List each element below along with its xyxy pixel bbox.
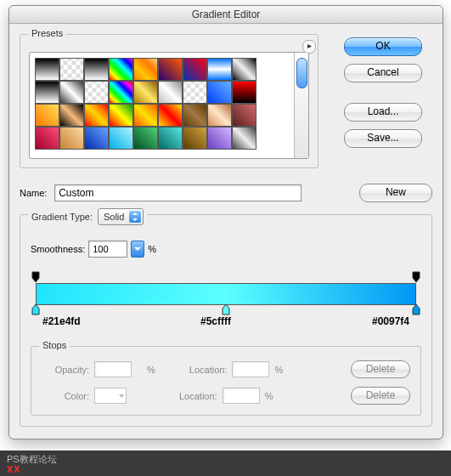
stops-fieldset: Stops Opacity: % Location: % Delete Colo… xyxy=(31,346,421,416)
preset-swatch[interactable] xyxy=(59,127,84,150)
preset-swatch[interactable] xyxy=(35,58,59,81)
presets-grid xyxy=(30,53,294,158)
smoothness-stepper[interactable] xyxy=(131,241,144,258)
opacity-location-label: Location: xyxy=(189,365,228,375)
name-input[interactable] xyxy=(54,184,302,201)
preset-swatch[interactable] xyxy=(232,58,257,81)
save-button[interactable]: Save... xyxy=(344,129,422,148)
color-stop-row: Color: Location: % Delete xyxy=(42,387,410,405)
preset-swatch[interactable] xyxy=(207,104,232,127)
preset-swatch[interactable] xyxy=(133,81,158,104)
preset-swatch[interactable] xyxy=(84,104,109,127)
color-location-percent: % xyxy=(265,391,273,401)
preset-swatch[interactable] xyxy=(158,58,183,81)
opacity-location-input xyxy=(232,361,269,377)
preset-swatch[interactable] xyxy=(232,127,257,150)
preset-swatch[interactable] xyxy=(207,127,232,150)
dialog-buttons: OK Cancel Load... Save... xyxy=(344,37,422,148)
preset-swatch[interactable] xyxy=(84,127,109,150)
preset-swatch[interactable] xyxy=(84,58,109,81)
preset-swatch[interactable] xyxy=(59,104,84,127)
color-location-label: Location: xyxy=(179,391,217,401)
chevron-updown-icon xyxy=(129,211,141,223)
preset-swatch[interactable] xyxy=(158,104,183,127)
footer-line1: PS教程论坛 xyxy=(7,454,444,464)
gradient-type-fieldset: Gradient Type: Solid Smoothness: % #21e4… xyxy=(20,214,432,427)
preset-swatch[interactable] xyxy=(133,127,158,150)
presets-legend: Presets xyxy=(28,28,66,38)
color-stop[interactable] xyxy=(412,303,420,315)
opacity-percent: % xyxy=(147,365,155,375)
scrollbar-thumb[interactable] xyxy=(296,58,307,88)
presets-scrollbar[interactable] xyxy=(294,53,308,158)
smoothness-row: Smoothness: % xyxy=(31,241,421,258)
presets-flyout-icon[interactable]: ▸ xyxy=(302,40,316,54)
color-location-input xyxy=(223,388,260,404)
load-button[interactable]: Load... xyxy=(344,103,422,122)
color-label: Color: xyxy=(42,391,89,401)
color-stop[interactable] xyxy=(222,303,230,315)
presets-panel xyxy=(29,52,309,159)
preset-swatch[interactable] xyxy=(35,81,59,104)
preset-swatch[interactable] xyxy=(207,81,232,104)
opacity-location-percent: % xyxy=(274,365,283,375)
preset-swatch[interactable] xyxy=(232,104,257,127)
percent-label: % xyxy=(148,244,156,254)
chevron-down-icon xyxy=(119,394,124,398)
opacity-stop-row: Opacity: % Location: % Delete xyxy=(42,360,410,378)
hex-center: #5cffff xyxy=(200,315,231,327)
preset-swatch[interactable] xyxy=(158,127,183,150)
smoothness-input[interactable] xyxy=(88,241,127,258)
preset-swatch[interactable] xyxy=(232,81,257,104)
preset-swatch[interactable] xyxy=(183,104,207,127)
gradient-type-legend: Gradient Type: Solid xyxy=(28,208,147,225)
preset-swatch[interactable] xyxy=(35,127,59,150)
gradient-bar[interactable] xyxy=(36,283,416,305)
hex-left: #21e4fd xyxy=(42,315,81,327)
preset-swatch[interactable] xyxy=(59,58,84,81)
opacity-input xyxy=(94,361,132,377)
new-button[interactable]: New xyxy=(359,184,432,202)
smoothness-label: Smoothness: xyxy=(31,244,85,254)
preset-swatch[interactable] xyxy=(109,81,133,104)
opacity-stop[interactable] xyxy=(31,271,40,283)
preset-swatch[interactable] xyxy=(183,127,207,150)
gradient-type-popup[interactable]: Solid xyxy=(98,208,144,225)
color-stop[interactable] xyxy=(31,303,40,315)
hex-right: #0097f4 xyxy=(372,315,409,327)
preset-swatch[interactable] xyxy=(183,81,207,104)
color-well xyxy=(94,388,127,404)
presets-fieldset: Presets ▸ xyxy=(20,34,319,168)
gradient-editor-window: Gradient Editor Presets ▸ OK Cancel Load… xyxy=(8,5,443,439)
gradient-type-value: Solid xyxy=(104,212,124,222)
preset-swatch[interactable] xyxy=(109,127,133,150)
window-title: Gradient Editor xyxy=(9,6,443,24)
name-row: Name: New xyxy=(20,184,432,202)
preset-swatch[interactable] xyxy=(109,104,133,127)
footer-overlay: PS教程论坛 XX xyxy=(0,450,451,476)
preset-swatch[interactable] xyxy=(35,104,59,127)
preset-swatch[interactable] xyxy=(158,81,183,104)
footer-xx: XX xyxy=(7,464,21,474)
name-label: Name: xyxy=(20,188,54,198)
preset-swatch[interactable] xyxy=(133,104,158,127)
stops-legend: Stops xyxy=(39,340,70,350)
preset-swatch[interactable] xyxy=(183,58,207,81)
gradient-type-label: Gradient Type: xyxy=(31,212,93,222)
preset-swatch[interactable] xyxy=(109,58,133,81)
preset-swatch[interactable] xyxy=(84,81,109,104)
preset-swatch[interactable] xyxy=(133,58,158,81)
opacity-stop[interactable] xyxy=(412,271,420,283)
gradient-editor-strip: #21e4fd #5cffff #0097f4 xyxy=(31,271,421,326)
preset-swatch[interactable] xyxy=(207,58,232,81)
preset-swatch[interactable] xyxy=(59,81,84,104)
opacity-delete-button[interactable]: Delete xyxy=(351,360,410,378)
color-delete-button[interactable]: Delete xyxy=(351,387,410,405)
opacity-label: Opacity: xyxy=(42,365,89,375)
ok-button[interactable]: OK xyxy=(344,37,422,56)
cancel-button[interactable]: Cancel xyxy=(344,64,422,82)
